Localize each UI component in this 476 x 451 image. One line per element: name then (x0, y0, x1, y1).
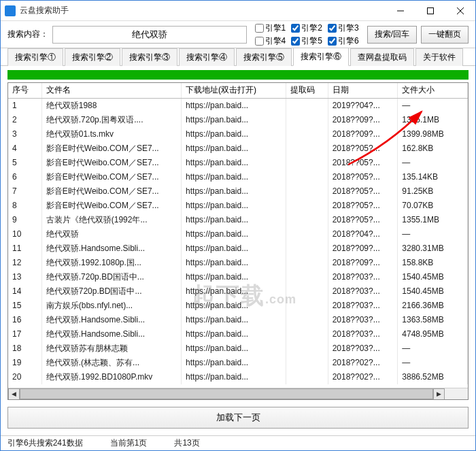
window-title: 云盘搜索助手 (20, 5, 386, 16)
col-code[interactable]: 提取码 (286, 83, 328, 98)
cell-code (286, 98, 328, 113)
cell-name: 影音E时代Weibo.COM／SE7... (41, 170, 181, 184)
scroll-thumb[interactable] (20, 388, 433, 399)
table-row[interactable]: 3绝代双骄01.ts.mkvhttps://pan.baid...2018??0… (8, 127, 468, 141)
cell-date: 2018??09?... (328, 256, 398, 270)
engine-check-2[interactable]: 引擎2 (291, 22, 322, 34)
engine-check-1[interactable]: 引擎1 (255, 22, 286, 34)
tab-2[interactable]: 搜索引擎② (65, 48, 120, 66)
cell-name: 绝代双骄.720p.BD国语中... (41, 270, 181, 284)
table-row[interactable]: 7影音E时代Weibo.COM／SE7...https://pan.baid..… (8, 184, 468, 199)
progress-bar (7, 70, 469, 80)
loadmore-button[interactable]: 加载下一页 (7, 407, 469, 429)
main-panel: 序号 文件名 下载地址(双击打开) 提取码 日期 文件大小 1绝代双骄1988h… (1, 66, 475, 435)
table-row[interactable]: 11绝代双骄.Handsome.Sibli...https://pan.baid… (8, 241, 468, 256)
table-row[interactable]: 10绝代双骄https://pan.baid...2018??04?...— (8, 227, 468, 241)
cell-idx: 11 (8, 241, 41, 256)
engine-label: 引擎5 (301, 35, 322, 47)
col-date[interactable]: 日期 (328, 83, 398, 98)
table-row[interactable]: 15南方娱乐(bbs.nfyl.net)...https://pan.baid.… (8, 299, 468, 313)
table-row[interactable]: 9古装片《绝代双骄(1992年...https://pan.baid...201… (8, 213, 468, 227)
engine-check-5[interactable]: 引擎5 (291, 35, 322, 47)
minimize-button[interactable] (386, 1, 415, 21)
table-row[interactable]: 1绝代双骄1988https://pan.baid...2019??04?...… (8, 98, 468, 113)
search-input[interactable] (52, 26, 247, 44)
engine-checkbox[interactable] (328, 37, 337, 46)
cell-url: https://pan.baid... (182, 113, 286, 127)
tab-4[interactable]: 搜索引擎④ (179, 48, 235, 66)
cell-size: 1540.45MB (398, 270, 468, 284)
table-row[interactable]: 14绝代双骄720p.BD国语中...https://pan.baid...20… (8, 284, 468, 299)
col-size[interactable]: 文件大小 (398, 83, 468, 98)
cell-date: 2018??05?... (328, 170, 398, 184)
table-row[interactable]: 20绝代双骄.1992.BD1080P.mkvhttps://pan.baid.… (8, 370, 468, 384)
maximize-button[interactable] (415, 1, 445, 21)
table-row[interactable]: 16绝代双骄.Handsome.Sibli...https://pan.baid… (8, 313, 468, 327)
cell-date: 2019??04?... (328, 98, 398, 113)
tabbar: 搜索引擎①搜索引擎②搜索引擎③搜索引擎④搜索引擎⑤搜索引擎⑥查网盘提取码关于软件 (1, 48, 475, 66)
engine-checkbox[interactable] (255, 24, 264, 33)
table-row[interactable]: 19绝代双骄.(林志颖、苏有...https://pan.baid...2018… (8, 356, 468, 370)
col-filename[interactable]: 文件名 (41, 83, 181, 98)
search-button[interactable]: 搜索/回车 (367, 26, 417, 44)
table-row[interactable]: 12绝代双骄.1992.1080p.国...https://pan.baid..… (8, 256, 468, 270)
cell-code (286, 184, 328, 199)
engine-checkbox[interactable] (291, 24, 300, 33)
cell-size: — (398, 341, 468, 356)
cell-url: https://pan.baid... (182, 98, 286, 113)
tab-6[interactable]: 搜索引擎⑥ (293, 48, 349, 66)
cell-date: 2018??05?... (328, 156, 398, 170)
cell-date: 2018??03?... (328, 284, 398, 299)
cell-idx: 4 (8, 141, 41, 156)
tab-7[interactable]: 查网盘提取码 (350, 48, 414, 66)
table-row[interactable]: 5影音E时代Weibo.COM／SE7...https://pan.baid..… (8, 156, 468, 170)
table-row[interactable]: 18绝代双骄苏有朋林志颖https://pan.baid...2018??03?… (8, 341, 468, 356)
cell-size: 158.8KB (398, 256, 468, 270)
horizontal-scrollbar[interactable]: ◀ ▶ (8, 388, 468, 399)
cell-name: 古装片《绝代双骄(1992年... (41, 213, 181, 227)
cell-idx: 15 (8, 299, 41, 313)
engine-checkbox[interactable] (291, 37, 300, 46)
table-row[interactable]: 17绝代双骄.Handsome.Sibli...https://pan.baid… (8, 327, 468, 341)
cell-date: 2018??02?... (328, 356, 398, 370)
table-row[interactable]: 4影音E时代Weibo.COM／SE7...https://pan.baid..… (8, 141, 468, 156)
scroll-right-arrow[interactable]: ▶ (433, 388, 445, 400)
engine-checkbox[interactable] (255, 37, 264, 46)
cell-name: 绝代双骄01.ts.mkv (41, 127, 181, 141)
engine-check-6[interactable]: 引擎6 (328, 35, 359, 47)
cell-size: — (398, 98, 468, 113)
tab-1[interactable]: 搜索引擎① (7, 48, 63, 66)
cell-size: — (398, 156, 468, 170)
status-page: 当前第1页 (110, 437, 148, 449)
cell-date: 2018??03?... (328, 270, 398, 284)
engine-checkbox[interactable] (328, 24, 337, 33)
cell-name: 绝代双骄.Handsome.Sibli... (41, 327, 181, 341)
table-row[interactable]: 2绝代双骄.720p.国粤双语....https://pan.baid...20… (8, 113, 468, 127)
cell-code (286, 256, 328, 270)
col-url[interactable]: 下载地址(双击打开) (182, 83, 286, 98)
table-row[interactable]: 13绝代双骄.720p.BD国语中...https://pan.baid...2… (8, 270, 468, 284)
engine-check-4[interactable]: 引擎4 (255, 35, 286, 47)
tab-8[interactable]: 关于软件 (415, 48, 463, 66)
cell-idx: 14 (8, 284, 41, 299)
tab-3[interactable]: 搜索引擎③ (122, 48, 177, 66)
engine-check-3[interactable]: 引擎3 (328, 22, 359, 34)
cell-url: https://pan.baid... (182, 141, 286, 156)
col-index[interactable]: 序号 (8, 83, 41, 98)
cell-name: 影音E时代Weibo.COM／SE7... (41, 156, 181, 170)
table-row[interactable]: 8影音E时代Weibo.COM／SE7...https://pan.baid..… (8, 199, 468, 213)
page-button[interactable]: 一键翻页 (421, 26, 469, 44)
cell-idx: 20 (8, 370, 41, 384)
scroll-left-arrow[interactable]: ◀ (8, 388, 20, 400)
results-table-wrap: 序号 文件名 下载地址(双击打开) 提取码 日期 文件大小 1绝代双骄1988h… (7, 82, 469, 400)
tab-5[interactable]: 搜索引擎⑤ (236, 48, 292, 66)
cell-size: — (398, 227, 468, 241)
cell-idx: 7 (8, 184, 41, 199)
close-button[interactable] (445, 1, 475, 21)
cell-code (286, 213, 328, 227)
cell-code (286, 227, 328, 241)
cell-date: 2018??09?... (328, 113, 398, 127)
cell-name: 绝代双骄.720p.国粤双语.... (41, 113, 181, 127)
cell-code (286, 127, 328, 141)
table-row[interactable]: 6影音E时代Weibo.COM／SE7...https://pan.baid..… (8, 170, 468, 184)
